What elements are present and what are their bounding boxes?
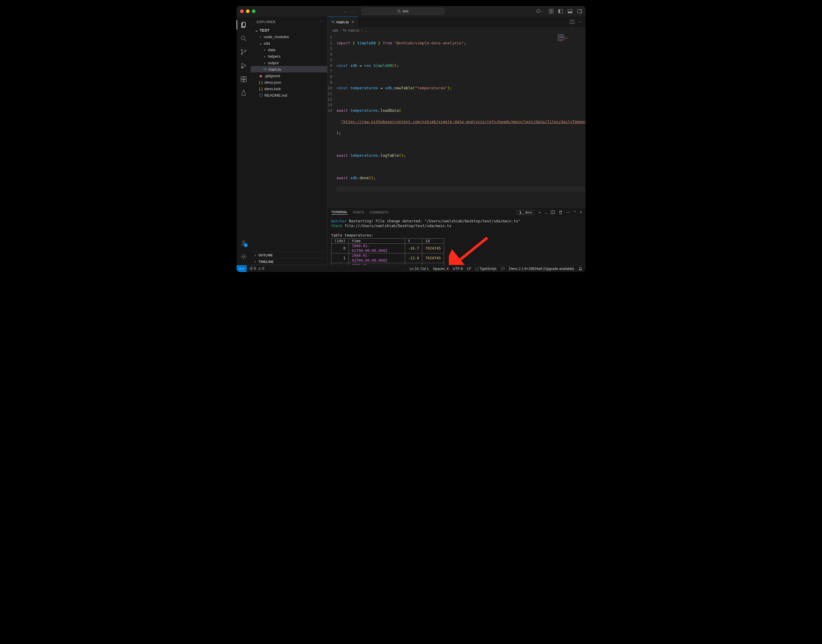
copilot-button[interactable]: ⌄ (536, 9, 544, 14)
code-content: import { SimpleDB } from "@nshiab/simple… (336, 34, 586, 203)
status-indentation[interactable]: Spaces: 4 (433, 267, 449, 271)
code-editor[interactable]: 1234567891011121314 import { SimpleDB } … (328, 34, 586, 207)
chevron-right-icon: › (262, 54, 267, 58)
status-deno[interactable]: Deno 2.1.9+28834a8 (Upgrade available) (509, 267, 575, 271)
terminal-launch-profile[interactable]: ❯_ deno (517, 210, 534, 215)
toggle-secondary-sidebar-icon[interactable] (577, 9, 582, 14)
terminal-output[interactable]: Watcher Restarting! File change detected… (328, 217, 586, 265)
activity-settings[interactable] (236, 251, 251, 262)
files-icon (240, 21, 247, 28)
folder-sda[interactable]: ⌄ sda (251, 40, 327, 46)
layout-customize-icon[interactable] (549, 9, 554, 14)
panel-more-icon[interactable]: ⋯ (566, 210, 570, 215)
svg-point-18 (245, 50, 246, 51)
status-language[interactable]: { } TypeScript (475, 267, 496, 271)
status-notifications-icon[interactable] (578, 267, 583, 271)
json-file-icon: { } (258, 80, 263, 84)
account-badge: 1 (244, 243, 248, 247)
status-encoding[interactable]: UTF-8 (453, 267, 463, 271)
status-bar: ⓧ 0 ⚠ 0 Ln 14, Col 1 Spaces: 4 UTF-8 LF … (236, 265, 586, 272)
folder-output[interactable]: › output (251, 60, 327, 66)
maximize-panel-icon[interactable]: ⌃ (574, 210, 576, 215)
breadcrumb[interactable]: sda › TS main.ts › ... (328, 27, 586, 34)
kill-terminal-icon[interactable] (558, 210, 563, 215)
panel-tab-terminal[interactable]: TERMINAL (331, 210, 348, 215)
timeline-section[interactable]: › TIMELINE (251, 258, 327, 265)
folder-helpers[interactable]: › helpers (251, 53, 327, 60)
activity-bar: 1 (236, 17, 251, 265)
file-gitignore[interactable]: ◆ .gitignore (251, 72, 327, 79)
svg-point-14 (241, 36, 245, 40)
svg-point-24 (242, 241, 245, 243)
beaker-icon (240, 89, 247, 97)
close-window-button[interactable] (240, 9, 244, 13)
tab-main-ts[interactable]: TS main.ts × (328, 17, 358, 27)
bottom-panel: TERMINAL PORTS COMMENTS ❯_ deno ＋ ⌄ (328, 207, 586, 265)
chevron-down-icon: ⌄ (254, 28, 258, 32)
split-editor-icon[interactable] (570, 20, 575, 24)
search-text: test (403, 9, 408, 13)
status-problems[interactable]: ⓧ 0 ⚠ 0 (250, 266, 264, 271)
activity-accounts[interactable]: 1 (236, 237, 251, 249)
zoom-window-button[interactable] (252, 9, 256, 13)
nav-back-button[interactable]: ← (343, 9, 347, 14)
file-main-ts[interactable]: TS main.ts (251, 66, 327, 72)
folder-data[interactable]: › data (251, 46, 327, 53)
file-readme[interactable]: ⓘ README.md (251, 92, 327, 98)
panel-tab-comments[interactable]: COMMENTS (369, 210, 388, 214)
terminal-table-title: table temperatures: (331, 233, 582, 238)
activity-testing[interactable] (236, 87, 251, 99)
minimize-window-button[interactable] (246, 9, 250, 13)
explorer-title: EXPLORER (257, 20, 276, 24)
new-terminal-icon[interactable]: ＋ (538, 210, 541, 215)
copilot-icon (536, 9, 541, 14)
activity-explorer[interactable] (236, 19, 251, 31)
title-bar: ← → test ⌄ (236, 6, 586, 17)
file-deno-lock[interactable]: { } deno.lock (251, 86, 327, 92)
activity-search[interactable] (236, 32, 251, 44)
status-copilot[interactable] (501, 267, 505, 271)
window-controls (240, 9, 256, 13)
file-deno-json[interactable]: { } deno.json (251, 79, 327, 86)
activity-source-control[interactable] (236, 46, 251, 58)
line-numbers: 1234567891011121314 (328, 34, 336, 203)
svg-point-17 (241, 54, 242, 55)
activity-extensions[interactable] (236, 73, 251, 85)
toggle-sidebar-icon[interactable] (558, 9, 563, 14)
close-panel-icon[interactable]: × (580, 210, 582, 215)
error-icon: ⓧ (250, 267, 253, 271)
copilot-icon (501, 267, 505, 271)
svg-line-30 (456, 238, 487, 263)
nav-forward-button[interactable]: → (351, 9, 355, 14)
close-tab-icon[interactable]: × (351, 20, 354, 24)
svg-rect-21 (241, 80, 243, 82)
status-eol[interactable]: LF (467, 267, 471, 271)
editor-more-icon[interactable]: ⋯ (578, 20, 582, 24)
command-center[interactable]: test (361, 8, 444, 15)
status-cursor-position[interactable]: Ln 14, Col 1 (409, 267, 429, 271)
svg-point-25 (243, 256, 245, 258)
debug-icon (240, 62, 247, 69)
table-row: 11900-01-02T00:00:00.000Z-13.97024745 (331, 253, 444, 263)
chevron-right-icon: › (361, 28, 362, 32)
workspace-root[interactable]: ⌄ TEST (251, 27, 327, 34)
terminal-dropdown-icon[interactable]: ⌄ (545, 211, 547, 214)
git-branch-icon (240, 49, 247, 55)
split-terminal-icon[interactable] (551, 210, 555, 215)
search-icon (397, 9, 401, 13)
editor-tabs: TS main.ts × ⋯ (328, 17, 586, 27)
outline-section[interactable]: › OUTLINE (251, 252, 327, 258)
svg-line-1 (400, 12, 401, 13)
search-icon (240, 35, 247, 42)
svg-point-16 (241, 49, 242, 51)
svg-rect-9 (558, 9, 560, 13)
panel-tab-ports[interactable]: PORTS (353, 210, 364, 214)
activity-run-debug[interactable] (236, 60, 251, 72)
toggle-bottom-panel-icon[interactable] (568, 9, 572, 14)
remote-indicator[interactable] (236, 265, 247, 272)
explorer-more-icon[interactable]: ⋯ (319, 20, 323, 24)
folder-node-modules[interactable]: › node_modules (251, 34, 327, 40)
svg-rect-6 (549, 12, 551, 13)
svg-rect-13 (580, 9, 581, 13)
svg-rect-5 (551, 9, 553, 11)
